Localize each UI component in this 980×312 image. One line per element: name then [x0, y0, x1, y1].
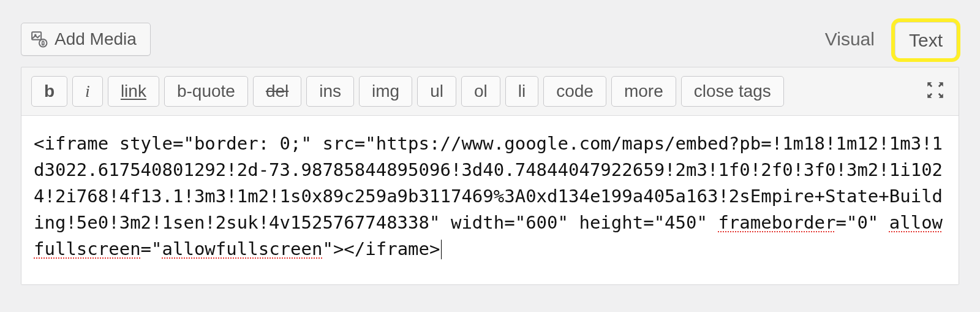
- qt-bold-label: b: [44, 80, 55, 102]
- editor-panel: b i link b-quote del ins img ul ol li co…: [21, 67, 959, 285]
- qt-del-label: del: [266, 80, 288, 102]
- add-media-icon: [30, 30, 48, 48]
- tab-visual-label: Visual: [825, 29, 875, 49]
- qt-ins-button[interactable]: ins: [306, 76, 354, 107]
- editor-container: Add Media Visual Text b i link b-quote d…: [0, 0, 980, 306]
- tab-text-label: Text: [909, 30, 943, 50]
- qt-ul-button[interactable]: ul: [417, 76, 456, 107]
- qt-code-button[interactable]: code: [543, 76, 606, 107]
- qt-ol-button[interactable]: ol: [461, 76, 500, 107]
- editor-tabs: Visual Text: [809, 17, 959, 56]
- qt-ul-label: ul: [430, 80, 443, 102]
- quicktags-toolbar: b i link b-quote del ins img ul ol li co…: [21, 67, 959, 116]
- qt-more-button[interactable]: more: [611, 76, 676, 107]
- tab-text[interactable]: Text: [895, 22, 957, 58]
- qt-del-button[interactable]: del: [253, 76, 301, 107]
- qt-bquote-button[interactable]: b-quote: [164, 76, 248, 107]
- qt-li-label: li: [518, 80, 526, 102]
- fullscreen-icon: [925, 80, 946, 103]
- qt-code-label: code: [556, 80, 594, 102]
- qt-more-label: more: [624, 80, 663, 102]
- qt-img-label: img: [372, 80, 399, 102]
- qt-bquote-label: b-quote: [177, 80, 235, 102]
- qt-img-button[interactable]: img: [359, 76, 412, 107]
- text-caret: [441, 240, 442, 259]
- qt-close-tags-label: close tags: [694, 80, 771, 102]
- qt-italic-label: i: [85, 80, 90, 102]
- qt-ins-label: ins: [319, 80, 341, 102]
- fullscreen-button[interactable]: [922, 78, 949, 105]
- add-media-label: Add Media: [55, 29, 137, 49]
- add-media-button[interactable]: Add Media: [21, 23, 151, 56]
- spellcheck-underline: allowfullscreen: [162, 238, 323, 259]
- qt-li-button[interactable]: li: [505, 76, 538, 107]
- qt-italic-button[interactable]: i: [72, 76, 103, 107]
- editor-content: <iframe style="border: 0;" src="https://…: [34, 131, 946, 262]
- qt-link-button[interactable]: link: [108, 76, 159, 107]
- editor-top-row: Add Media Visual Text: [21, 17, 959, 56]
- tab-visual[interactable]: Visual: [809, 20, 891, 58]
- qt-ol-label: ol: [474, 80, 488, 102]
- qt-close-tags-button[interactable]: close tags: [681, 76, 784, 107]
- qt-bold-button[interactable]: b: [31, 76, 67, 107]
- spellcheck-underline: frameborder: [718, 212, 835, 233]
- editor-textarea[interactable]: <iframe style="border: 0;" src="https://…: [21, 116, 959, 284]
- qt-link-label: link: [121, 80, 146, 102]
